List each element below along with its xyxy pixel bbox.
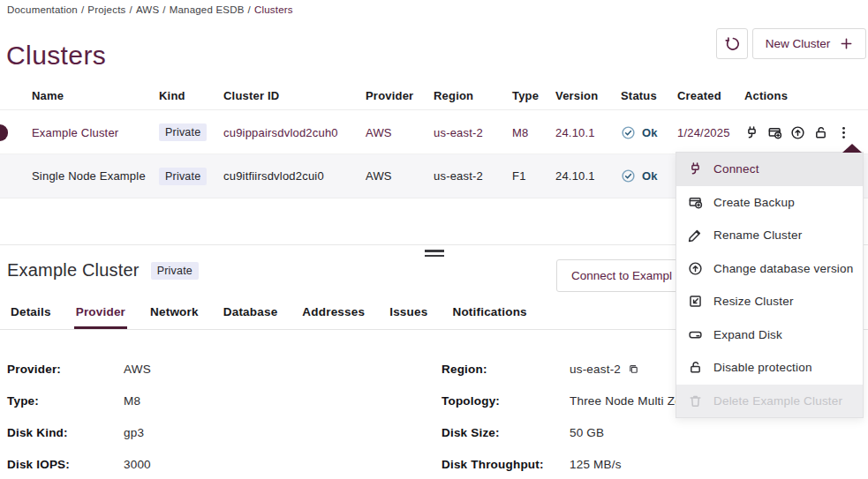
cell-region: us-east-2 — [434, 169, 512, 183]
status-text: Ok — [642, 126, 658, 139]
breadcrumb: Documentation/Projects/AWS/Managed ESDB/… — [7, 4, 293, 15]
menu-item-delete-cluster: Delete Example Cluster — [676, 385, 863, 418]
table-row[interactable]: Example Cluster Private cu9ippairsdvlod2… — [0, 111, 868, 154]
menu-item-disable-protection[interactable]: Disable protection — [676, 351, 863, 385]
menu-item-expand-disk[interactable]: Expand Disk — [676, 318, 863, 352]
status-badge: Ok — [621, 168, 677, 183]
refresh-button[interactable] — [716, 28, 748, 59]
status-text: Ok — [642, 169, 658, 183]
tab-details[interactable]: Details — [9, 303, 53, 329]
refresh-icon — [724, 35, 741, 52]
tab-network[interactable]: Network — [148, 303, 200, 329]
kind-badge: Private — [159, 168, 207, 185]
menu-item-label: Connect — [713, 162, 759, 176]
connect-button-label: Connect to Exampl — [571, 269, 672, 282]
cell-created: 1/24/2025 — [677, 126, 744, 139]
check-circle-icon — [621, 125, 636, 140]
menu-item-label: Expand Disk — [713, 328, 782, 341]
cell-type: F1 — [512, 169, 555, 183]
create-backup-icon — [688, 195, 703, 210]
breadcrumb-separator: / — [162, 4, 165, 15]
splitter-drag-handle[interactable] — [425, 250, 444, 259]
cell-type: M8 — [512, 126, 555, 139]
pencil-icon — [688, 228, 703, 243]
field-value-disk-throughput: 125 MB/s — [570, 458, 868, 471]
arrow-up-circle-icon — [688, 261, 703, 276]
create-backup-icon[interactable] — [767, 125, 782, 140]
tab-addresses[interactable]: Addresses — [300, 303, 366, 329]
field-label-disk-size: Disk Size: — [442, 426, 570, 439]
col-type: Type — [512, 89, 555, 102]
cell-name: Single Node Example — [32, 169, 159, 183]
resize-icon — [688, 294, 703, 309]
col-actions: Actions — [744, 89, 868, 102]
page-title: Clusters — [6, 41, 106, 71]
table-header: Name Kind Cluster ID Provider Region Typ… — [0, 81, 868, 110]
breadcrumb-separator: / — [81, 4, 84, 15]
connect-plug-icon[interactable] — [744, 125, 759, 140]
cell-cluster-id: cu9itfiirsdvlod2cui0 — [223, 169, 366, 183]
field-value-disk-kind: gp3 — [124, 426, 442, 439]
protection-lock-icon[interactable] — [813, 125, 828, 140]
field-value-disk-iops: 3000 — [124, 458, 442, 471]
menu-item-create-backup[interactable]: Create Backup — [676, 186, 863, 220]
change-version-icon[interactable] — [790, 125, 805, 140]
menu-item-label: Disable protection — [713, 361, 812, 374]
tab-provider[interactable]: Provider — [74, 303, 127, 329]
menu-item-label: Delete Example Cluster — [713, 394, 842, 408]
check-circle-icon — [621, 168, 636, 183]
cluster-actions-menu: Connect Create Backup Rename Cluster Cha… — [676, 152, 864, 418]
col-name: Name — [32, 89, 159, 102]
col-kind: Kind — [159, 89, 223, 102]
tab-notifications[interactable]: Notifications — [450, 303, 528, 329]
disk-icon — [688, 327, 703, 342]
trash-icon — [688, 393, 703, 408]
breadcrumb-clusters[interactable]: Clusters — [254, 4, 293, 15]
cell-region: us-east-2 — [434, 126, 512, 139]
col-created: Created — [677, 89, 744, 102]
col-version: Version — [555, 89, 621, 102]
field-label-provider: Provider: — [7, 363, 124, 376]
cell-cluster-id: cu9ippairsdvlod2cuh0 — [223, 126, 366, 139]
plug-icon — [688, 161, 703, 176]
breadcrumb-documentation[interactable]: Documentation — [7, 4, 78, 15]
status-badge: Ok — [621, 125, 677, 140]
breadcrumb-managed-esdb[interactable]: Managed ESDB — [170, 4, 245, 15]
breadcrumb-separator: / — [130, 4, 132, 15]
field-value-type: M8 — [124, 394, 442, 408]
tab-database[interactable]: Database — [222, 303, 280, 329]
clusters-page: Documentation/Projects/AWS/Managed ESDB/… — [0, 0, 868, 479]
new-cluster-button[interactable]: New Cluster — [752, 28, 866, 59]
field-label-disk-throughput: Disk Throughput: — [442, 458, 570, 471]
field-label-disk-iops: Disk IOPS: — [7, 458, 124, 471]
detail-title: Example Cluster — [7, 260, 140, 281]
field-value-disk-size: 50 GB — [570, 426, 868, 439]
cell-provider: AWS — [366, 169, 434, 183]
menu-item-change-database-version[interactable]: Change database version — [676, 252, 863, 286]
field-label-region: Region: — [442, 363, 570, 376]
col-region: Region — [434, 89, 512, 102]
col-cluster-id: Cluster ID — [223, 89, 366, 102]
field-value-region: us-east-2 — [570, 363, 621, 376]
cell-version: 24.10.1 — [555, 126, 621, 139]
field-label-disk-kind: Disk Kind: — [7, 426, 124, 439]
copy-icon[interactable] — [628, 363, 639, 375]
menu-item-connect[interactable]: Connect — [676, 153, 863, 186]
menu-item-resize-cluster[interactable]: Resize Cluster — [676, 285, 863, 318]
cell-provider: AWS — [366, 126, 434, 139]
context-menu-pointer — [842, 144, 862, 153]
breadcrumb-aws[interactable]: AWS — [136, 4, 159, 15]
unlock-icon — [688, 360, 703, 375]
kebab-menu-icon[interactable] — [836, 125, 851, 140]
cell-name: Example Cluster — [32, 126, 159, 139]
breadcrumb-projects[interactable]: Projects — [87, 4, 125, 15]
menu-item-label: Rename Cluster — [713, 228, 802, 242]
menu-item-label: Resize Cluster — [713, 295, 794, 308]
kind-badge: Private — [159, 123, 207, 141]
menu-item-label: Change database version — [713, 262, 853, 275]
col-provider: Provider — [366, 89, 434, 102]
field-label-topology: Topology: — [442, 394, 570, 408]
menu-item-rename-cluster[interactable]: Rename Cluster — [676, 219, 863, 252]
tab-issues[interactable]: Issues — [388, 303, 429, 329]
cell-version: 24.10.1 — [555, 169, 621, 183]
